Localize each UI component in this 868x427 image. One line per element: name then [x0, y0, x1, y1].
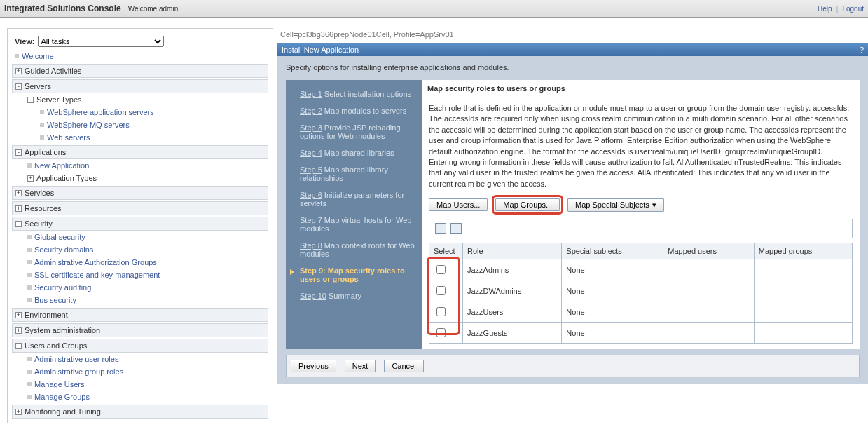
table-row: JazzGuests None [429, 323, 853, 344]
collapse-icon[interactable]: - [15, 221, 22, 227]
nav-manage-users[interactable]: Manage Users [34, 380, 85, 388]
collapse-icon[interactable]: - [15, 83, 22, 90]
map-special-subjects-dropdown[interactable]: Map Special Subjects ▾ [567, 198, 664, 212]
step-6[interactable]: Step 6 [300, 191, 322, 199]
main-panel: Cell=pcl3bg366prepNode01Cell, Profile=Ap… [273, 18, 868, 423]
step-1[interactable]: Step 1 [300, 90, 322, 98]
nav-guided-activities[interactable]: + Guided Activities [12, 64, 268, 78]
nav-new-application[interactable]: New Application [34, 161, 89, 170]
help-link[interactable]: Help [818, 5, 832, 13]
nav-was-servers[interactable]: WebSphere application servers [47, 108, 154, 116]
nav-security-domains[interactable]: Security domains [34, 245, 93, 254]
bullet-icon [27, 370, 32, 374]
nav-welcome[interactable]: Welcome [22, 52, 54, 60]
collapse-icon[interactable]: - [15, 343, 22, 349]
col-role: Role [463, 243, 562, 259]
bullet-icon [40, 110, 44, 114]
bullet-icon [27, 235, 32, 239]
nav-server-types[interactable]: - Server Types [12, 93, 268, 106]
step-3[interactable]: Step 3 [300, 123, 322, 132]
topbar: Integrated Solutions Console Welcome adm… [0, 0, 868, 18]
nav-services[interactable]: + Services [12, 186, 268, 200]
nav-admin-auth-groups[interactable]: Administrative Authorization Groups [34, 258, 157, 266]
nav-security[interactable]: - Security [12, 217, 268, 231]
nav-global-security[interactable]: Global security [34, 233, 85, 241]
bullet-icon [40, 135, 44, 140]
col-mapped-users: Mapped users [663, 243, 755, 259]
bullet-icon [40, 123, 44, 127]
highlight-select-column [427, 257, 460, 335]
spec-text: Specify options for installing enterpris… [286, 63, 860, 72]
expand-icon[interactable]: + [27, 175, 34, 182]
nav-applications[interactable]: - Applications [12, 145, 268, 159]
step-10[interactable]: Step 10 [300, 292, 326, 300]
bullet-icon [27, 248, 32, 252]
bullet-icon [27, 260, 32, 264]
nav-admin-user-roles[interactable]: Administrative user roles [34, 355, 118, 363]
next-button[interactable]: Next [345, 360, 376, 372]
previous-button[interactable]: Previous [291, 360, 336, 372]
expand-icon[interactable]: + [15, 327, 22, 334]
expand-icon[interactable]: + [15, 312, 22, 318]
expand-icon[interactable]: + [15, 205, 22, 212]
panel-title: Install New Application [282, 46, 359, 54]
nav-environment[interactable]: + Environment [12, 308, 268, 322]
view-label: View: [15, 37, 35, 46]
bullet-icon [27, 382, 32, 386]
bullet-icon [15, 54, 19, 58]
map-users-button[interactable]: Map Users... [429, 198, 488, 211]
nav-resources[interactable]: + Resources [12, 201, 268, 215]
help-icon[interactable]: ? [860, 46, 864, 54]
expand-icon[interactable]: + [15, 68, 22, 74]
nav-sidebar: View: All tasks Welcome + Guided Activit… [7, 28, 273, 423]
table-row: JazzDWAdmins None [429, 280, 853, 301]
expand-icon[interactable]: + [15, 190, 22, 196]
bullet-icon [27, 285, 32, 290]
nav-servers[interactable]: - Servers [12, 79, 268, 93]
col-mapped-groups: Mapped groups [754, 243, 852, 259]
bullet-icon [27, 357, 32, 361]
collapse-icon[interactable]: - [15, 149, 22, 156]
col-special: Special subjects [562, 243, 663, 259]
nav-monitoring-tuning[interactable]: + Monitoring and Tuning [12, 405, 268, 419]
cancel-button[interactable]: Cancel [384, 360, 423, 372]
step-5[interactable]: Step 5 [300, 165, 322, 174]
step-9-active: Step 9: Map security roles to users or g… [300, 262, 416, 287]
step-4[interactable]: Step 4 [300, 149, 322, 157]
content-heading: Map security roles to users or groups [422, 80, 860, 97]
highlight-map-groups: Map Groups... [492, 195, 563, 215]
collapse-icon[interactable]: - [27, 97, 34, 103]
map-groups-button[interactable]: Map Groups... [495, 198, 560, 211]
bullet-icon [27, 163, 32, 168]
nav-manage-groups[interactable]: Manage Groups [34, 393, 90, 401]
nav-admin-group-roles[interactable]: Administrative group roles [34, 367, 123, 376]
bullet-icon [27, 395, 32, 399]
select-all-icon[interactable] [435, 223, 446, 234]
panel-header: Install New Application ? [277, 43, 868, 56]
roles-table: Select Role Special subjects Mapped user… [429, 243, 853, 344]
table-row: JazzUsers None [429, 301, 853, 323]
nav-web-servers[interactable]: Web servers [47, 133, 90, 142]
welcome-text: Welcome admin [128, 5, 179, 13]
nav-application-types[interactable]: + Application Types [12, 172, 268, 184]
step-2[interactable]: Step 2 [300, 107, 322, 115]
view-select[interactable]: All tasks [38, 36, 164, 47]
table-row: JazzAdmins None [429, 259, 853, 280]
logout-link[interactable]: Logout [842, 5, 864, 13]
nav-system-administration[interactable]: + System administration [12, 323, 268, 337]
step-8[interactable]: Step 8 [300, 241, 322, 250]
deselect-all-icon[interactable] [450, 223, 462, 234]
step-7[interactable]: Step 7 [300, 216, 322, 224]
nav-users-groups[interactable]: - Users and Groups [12, 339, 268, 353]
breadcrumb: Cell=pcl3bg366prepNode01Cell, Profile=Ap… [277, 28, 868, 43]
nav-mq-servers[interactable]: WebSphere MQ servers [47, 121, 130, 129]
nav-bus-security[interactable]: Bus security [34, 296, 76, 304]
nav-ssl-mgmt[interactable]: SSL certificate and key management [34, 271, 160, 279]
wizard-steps: Step 1 Select installation options Step … [286, 80, 422, 349]
expand-icon[interactable]: + [15, 409, 22, 415]
bullet-icon [27, 273, 32, 277]
console-title: Integrated Solutions Console [4, 4, 121, 13]
bullet-icon [27, 298, 32, 302]
nav-security-auditing[interactable]: Security auditing [34, 283, 91, 292]
chevron-down-icon: ▾ [652, 201, 656, 210]
